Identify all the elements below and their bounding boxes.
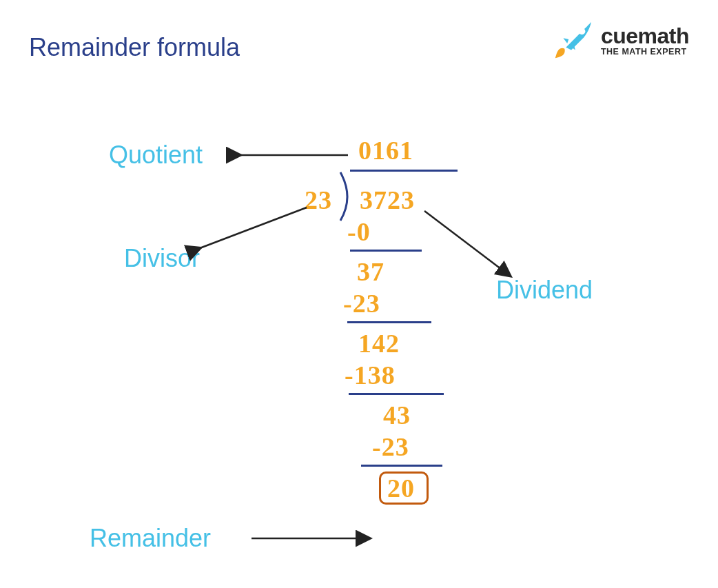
arrow-quotient bbox=[234, 145, 351, 165]
step1-bring: 37 bbox=[357, 256, 384, 287]
arrow-dividend bbox=[420, 207, 524, 290]
step3-bring: 43 bbox=[383, 400, 411, 430]
step1-line bbox=[347, 321, 431, 323]
division-arc bbox=[338, 171, 357, 223]
step2-bring: 142 bbox=[358, 328, 400, 358]
step1-sub: -23 bbox=[343, 288, 380, 318]
step2-sub: -138 bbox=[345, 360, 396, 390]
logo-tagline-text: THE MATH EXPERT bbox=[601, 48, 689, 57]
dividend-value: 3723 bbox=[360, 185, 415, 215]
step3-line bbox=[361, 465, 442, 467]
svg-point-0 bbox=[579, 28, 586, 35]
step3-sub: -23 bbox=[372, 432, 409, 462]
arrow-divisor bbox=[193, 203, 317, 258]
rocket-icon bbox=[551, 19, 594, 62]
label-divisor: Divisor bbox=[124, 244, 200, 273]
svg-line-2 bbox=[200, 207, 307, 248]
label-remainder: Remainder bbox=[90, 524, 211, 553]
page-title: Remainder formula bbox=[29, 33, 240, 62]
step2-line bbox=[349, 393, 444, 395]
arrow-remainder bbox=[248, 528, 376, 549]
remainder-highlight-box bbox=[379, 472, 429, 505]
label-quotient: Quotient bbox=[109, 141, 203, 170]
quotient-underline bbox=[350, 170, 458, 172]
svg-line-3 bbox=[424, 211, 510, 276]
brand-logo: cuemath THE MATH EXPERT bbox=[551, 19, 689, 62]
step0-sub: -0 bbox=[347, 216, 371, 247]
logo-brand-text: cuemath bbox=[601, 25, 689, 48]
quotient-value: 0161 bbox=[358, 135, 413, 165]
step0-line bbox=[350, 250, 422, 252]
